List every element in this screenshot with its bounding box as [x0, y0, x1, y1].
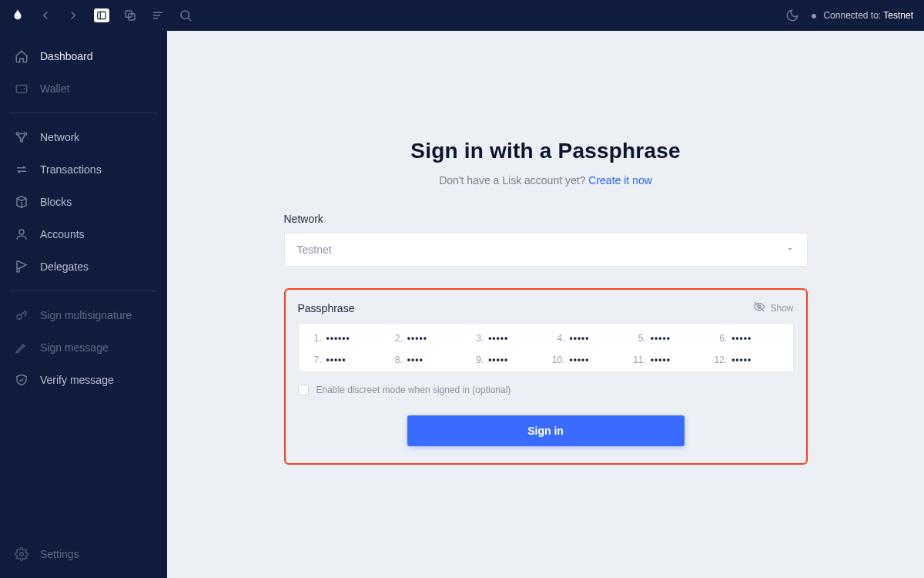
sidebar-item-label: Transactions: [40, 163, 102, 176]
sign-in-button[interactable]: Sign in: [407, 415, 685, 446]
svg-point-11: [25, 133, 27, 135]
passphrase-word[interactable]: 7.•••••: [305, 353, 381, 367]
show-passphrase-toggle[interactable]: Show: [753, 301, 793, 315]
svg-line-8: [188, 18, 190, 20]
discreet-mode-row: Enable discreet mode when signed in (opt…: [298, 385, 794, 395]
sidebar-divider: [9, 113, 158, 113]
gear-icon: [14, 546, 29, 562]
delegates-icon: [14, 259, 29, 274]
sidebar-item-label: Blocks: [40, 196, 72, 208]
app-logo-icon: [11, 8, 25, 22]
svg-point-12: [21, 139, 23, 142]
nav-back-icon[interactable]: [38, 8, 52, 22]
svg-point-10: [16, 133, 18, 135]
create-account-link[interactable]: Create it now: [588, 174, 651, 187]
sidebar-item-label: Accounts: [40, 228, 85, 240]
passphrase-word[interactable]: 9.•••••: [467, 353, 543, 367]
connection-label: Connected to:: [823, 10, 881, 21]
chevron-down-icon: [785, 244, 795, 256]
network-select-value: Testnet: [297, 244, 332, 256]
passphrase-word[interactable]: 1.••••••: [305, 331, 381, 345]
svg-point-7: [181, 11, 189, 19]
sidebar-divider: [9, 291, 158, 291]
network-select[interactable]: Testnet: [284, 233, 808, 267]
passphrase-section: Passphrase Show 1.•••••• 2.••••• 3.•••••…: [284, 288, 808, 465]
connection-network: Testnet: [883, 10, 913, 21]
sidebar-item-sign-multisig[interactable]: Sign multisignature: [0, 299, 167, 331]
panel-toggle-icon[interactable]: [94, 8, 109, 22]
discreet-mode-label: Enable discreet mode when signed in (opt…: [316, 385, 511, 395]
sidebar-item-label: Wallet: [40, 82, 69, 95]
discreet-mode-checkbox[interactable]: [298, 385, 309, 395]
sidebar-item-label: Delegates: [40, 260, 89, 273]
theme-toggle-icon[interactable]: [785, 8, 799, 22]
wallet-icon: [14, 81, 29, 96]
passphrase-word[interactable]: 11.•••••: [629, 353, 705, 367]
connection-status: Connected to: Testnet: [812, 10, 913, 21]
sidebar-item-delegates[interactable]: Delegates: [0, 250, 167, 283]
search-icon[interactable]: [179, 8, 192, 22]
network-icon: [14, 129, 29, 145]
sidebar-item-transactions[interactable]: Transactions: [0, 153, 167, 186]
sidebar-item-wallet[interactable]: Wallet: [0, 72, 167, 105]
sidebar-item-label: Verify message: [40, 374, 114, 386]
svg-point-13: [19, 230, 24, 234]
sidebar-item-sign-message[interactable]: Sign message: [0, 331, 167, 364]
sidebar: Dashboard Wallet Network Transactions Bl…: [0, 31, 167, 578]
passphrase-grid[interactable]: 1.•••••• 2.••••• 3.••••• 4.••••• 5.•••••…: [298, 323, 794, 372]
passphrase-word[interactable]: 6.•••••: [710, 331, 786, 345]
subtitle-text: Don't have a Lisk account yet?: [439, 174, 588, 187]
main-content: Sign in with a Passphrase Don't have a L…: [167, 31, 924, 578]
accounts-icon: [14, 227, 29, 242]
topbar-right: Connected to: Testnet: [785, 8, 913, 22]
connection-dot-icon: [812, 14, 816, 18]
nav-forward-icon[interactable]: [66, 8, 80, 22]
topbar-left: [11, 8, 192, 22]
sidebar-item-accounts[interactable]: Accounts: [0, 218, 167, 250]
passphrase-word[interactable]: 4.•••••: [548, 331, 624, 345]
sidebar-item-label: Settings: [40, 548, 79, 560]
svg-point-14: [17, 314, 22, 319]
transactions-icon: [14, 162, 29, 177]
shield-icon: [14, 372, 29, 388]
sidebar-item-label: Sign message: [40, 341, 109, 354]
copy-icon[interactable]: [123, 8, 137, 22]
passphrase-word[interactable]: 8.••••: [386, 353, 462, 367]
blocks-icon: [14, 194, 29, 210]
sidebar-item-label: Dashboard: [40, 50, 93, 62]
pen-icon: [14, 340, 29, 355]
eye-off-icon: [753, 301, 765, 315]
sidebar-item-verify-message[interactable]: Verify message: [0, 364, 167, 396]
passphrase-word[interactable]: 5.•••••: [629, 331, 705, 345]
sidebar-item-network[interactable]: Network: [0, 121, 167, 153]
sidebar-item-label: Network: [40, 131, 79, 143]
sidebar-item-blocks[interactable]: Blocks: [0, 186, 167, 218]
passphrase-word[interactable]: 12.•••••: [710, 353, 786, 367]
page-subtitle: Don't have a Lisk account yet? Create it…: [284, 174, 808, 187]
passphrase-word[interactable]: 2.•••••: [386, 331, 462, 345]
home-icon: [14, 49, 29, 64]
passphrase-label: Passphrase: [298, 302, 355, 314]
passphrase-word[interactable]: 10.•••••: [548, 353, 624, 367]
sidebar-item-dashboard[interactable]: Dashboard: [0, 40, 167, 72]
svg-rect-0: [98, 12, 106, 18]
sidebar-item-settings[interactable]: Settings: [0, 538, 167, 570]
key-icon: [14, 307, 29, 323]
page-title: Sign in with a Passphrase: [284, 139, 808, 163]
svg-point-15: [20, 553, 24, 556]
topbar: Connected to: Testnet: [0, 0, 924, 31]
passphrase-word[interactable]: 3.•••••: [467, 331, 543, 345]
list-icon[interactable]: [151, 8, 165, 22]
show-label: Show: [770, 303, 793, 314]
sidebar-item-label: Sign multisignature: [40, 309, 132, 321]
network-field-label: Network: [284, 213, 808, 225]
